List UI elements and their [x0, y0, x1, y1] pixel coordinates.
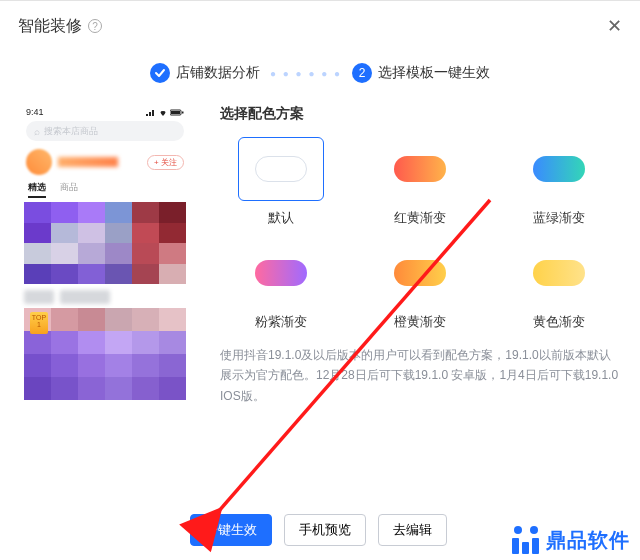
color-scheme-option[interactable]: 红黄渐变 — [359, 137, 480, 227]
phone-signal-icons — [146, 109, 184, 116]
phone-status-bar: 9:41 — [20, 105, 190, 117]
follow-button: + 关注 — [147, 155, 184, 170]
step-indicator: 店铺数据分析 ● ● ● ● ● ● 2 选择模板一键生效 — [0, 63, 640, 83]
avatar — [26, 149, 52, 175]
preview-subhead-blur — [24, 290, 186, 304]
color-swatch — [238, 137, 324, 201]
help-icon[interactable]: ? — [88, 19, 102, 33]
dialog-title: 智能装修 ? — [18, 16, 102, 37]
step-1: 店铺数据分析 — [150, 63, 260, 83]
color-scheme-label: 黄色渐变 — [533, 313, 585, 331]
dialog-title-text: 智能装修 — [18, 16, 82, 37]
watermark-text: 鼎品软件 — [546, 527, 630, 554]
step-1-check-icon — [150, 63, 170, 83]
phone-category-tabs: 精选 商品 — [20, 179, 190, 202]
color-swatch — [516, 241, 602, 305]
step-2-badge: 2 — [352, 63, 372, 83]
svg-rect-1 — [149, 112, 151, 116]
color-swatch — [377, 241, 463, 305]
scheme-note: 使用抖音19.1.0及以后版本的用户可以看到配色方案，19.1.0以前版本默认展… — [220, 345, 620, 406]
color-scheme-label: 红黄渐变 — [394, 209, 446, 227]
phone-tab-featured: 精选 — [28, 181, 46, 198]
color-scheme-option[interactable]: 橙黄渐变 — [359, 241, 480, 331]
template-preview: 9:41 ⌕ 搜索本店商品 + 关注 精选 商品 — [20, 105, 190, 406]
apply-button[interactable]: 一键生效 — [190, 514, 272, 546]
svg-rect-4 — [171, 111, 180, 114]
svg-rect-5 — [182, 111, 184, 113]
scheme-section-title: 选择配色方案 — [220, 105, 620, 123]
svg-rect-0 — [146, 114, 148, 116]
watermark-icon — [512, 526, 540, 554]
phone-tab-goods: 商品 — [60, 181, 78, 198]
preview-banner-1 — [24, 202, 186, 284]
color-scheme-grid: 默认红黄渐变蓝绿渐变粉紫渐变橙黄渐变黄色渐变 — [220, 137, 620, 331]
step-connector: ● ● ● ● ● ● — [270, 68, 342, 79]
search-icon: ⌕ — [34, 126, 40, 137]
close-icon[interactable]: ✕ — [607, 15, 622, 37]
top-badge: TOP 1 — [30, 312, 48, 334]
watermark: 鼎品软件 — [512, 526, 630, 554]
edit-button[interactable]: 去编辑 — [378, 514, 447, 546]
color-scheme-option[interactable]: 黄色渐变 — [499, 241, 620, 331]
color-scheme-option[interactable]: 默认 — [220, 137, 341, 227]
phone-search-bar: ⌕ 搜索本店商品 — [26, 121, 184, 141]
phone-search-placeholder: 搜索本店商品 — [44, 125, 98, 138]
preview-button[interactable]: 手机预览 — [284, 514, 366, 546]
color-scheme-option[interactable]: 粉紫渐变 — [220, 241, 341, 331]
color-scheme-label: 粉紫渐变 — [255, 313, 307, 331]
step-1-label: 店铺数据分析 — [176, 64, 260, 82]
color-scheme-label: 蓝绿渐变 — [533, 209, 585, 227]
phone-shop-header: + 关注 — [20, 145, 190, 179]
phone-time: 9:41 — [26, 107, 44, 117]
svg-rect-2 — [152, 110, 154, 116]
preview-banner-2: TOP 1 — [24, 308, 186, 400]
color-scheme-option[interactable]: 蓝绿渐变 — [499, 137, 620, 227]
step-2-label: 选择模板一键生效 — [378, 64, 490, 82]
shop-name-blur — [58, 157, 118, 167]
color-swatch — [238, 241, 324, 305]
color-scheme-label: 默认 — [268, 209, 294, 227]
step-2: 2 选择模板一键生效 — [352, 63, 490, 83]
color-scheme-label: 橙黄渐变 — [394, 313, 446, 331]
color-swatch — [377, 137, 463, 201]
color-swatch — [516, 137, 602, 201]
